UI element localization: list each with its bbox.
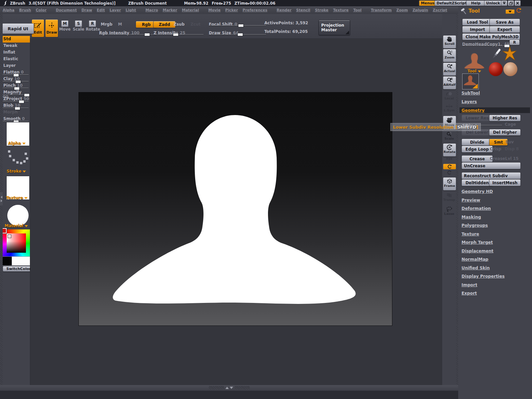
menu-zoom[interactable]: Zoom xyxy=(396,8,408,12)
section-geometry[interactable]: Geometry xyxy=(460,107,530,113)
menu-preferences[interactable]: Preferences xyxy=(243,8,267,12)
smt-toggle[interactable]: Smt xyxy=(489,139,508,146)
right-tray-divider[interactable] xyxy=(456,14,458,385)
export-button[interactable]: Export xyxy=(489,26,520,33)
del-hidden-button[interactable]: DelHidden xyxy=(462,179,493,186)
zsub-toggle[interactable]: Zsub xyxy=(174,22,185,27)
help-button[interactable]: Help xyxy=(466,0,485,6)
menus-button[interactable]: Menus xyxy=(419,0,437,6)
menu-color[interactable]: Color xyxy=(36,8,46,12)
brush-blob-slider[interactable]: Blob 10 xyxy=(0,102,30,109)
sphere3d-tool-thumbnail[interactable] xyxy=(503,62,517,76)
import-button[interactable]: Import xyxy=(462,26,493,33)
menu-movie[interactable]: Movie xyxy=(208,8,220,12)
menu-edit[interactable]: Edit xyxy=(97,8,105,12)
transp-button[interactable]: Transp xyxy=(443,192,456,204)
rgb-intensity-slider[interactable]: Rgb Intensity 100 xyxy=(99,29,157,36)
close-icon[interactable] xyxy=(514,0,521,6)
section-deformation[interactable]: Deformation xyxy=(462,206,491,211)
collapse-icon[interactable] xyxy=(501,0,507,6)
section-layers[interactable]: Layers xyxy=(462,99,477,104)
mrgb-toggle[interactable]: Mrgb xyxy=(101,22,112,27)
menu-zscript[interactable]: Zscript xyxy=(433,8,447,12)
menu-zplugin[interactable]: Zplugin xyxy=(413,8,428,12)
r-restore-button[interactable]: R xyxy=(509,40,520,45)
rotate-y-button[interactable] xyxy=(443,164,456,170)
brush-clay-slider[interactable]: Clay 10 xyxy=(0,76,30,82)
section-export[interactable]: Export xyxy=(462,291,477,296)
scale-doc-button[interactable]: Scale xyxy=(443,130,456,142)
left-tray-divider[interactable] xyxy=(0,14,3,385)
material-selector[interactable]: Material xyxy=(5,223,28,228)
rgb-intensity-handle[interactable] xyxy=(144,33,150,36)
section-masking[interactable]: Masking xyxy=(462,214,481,219)
palette-collapse-button[interactable] xyxy=(505,9,515,14)
color-picker[interactable] xyxy=(3,229,30,257)
menu-render[interactable]: Render xyxy=(277,8,292,12)
divide-button[interactable]: Divide xyxy=(462,139,493,146)
section-import[interactable]: Import xyxy=(462,282,477,287)
zadd-toggle[interactable]: Zadd xyxy=(153,21,176,28)
material-thumbnail[interactable] xyxy=(7,205,29,226)
menu-draw[interactable]: Draw xyxy=(81,8,92,12)
menu-stroke[interactable]: Stroke xyxy=(315,8,329,12)
star3d-tool-thumbnail[interactable] xyxy=(502,46,517,63)
section-display-properties[interactable]: Display Properties xyxy=(462,274,505,279)
subtool-thumbnail[interactable] xyxy=(462,73,479,89)
menu-picker[interactable]: Picker xyxy=(225,8,238,12)
higher-res-button[interactable]: Higher Res xyxy=(489,115,521,121)
projection-master-button[interactable]: Projection Master xyxy=(319,20,350,35)
menu-transform[interactable]: Transform xyxy=(371,8,392,12)
menu-alpha[interactable]: Alpha xyxy=(3,8,14,12)
insert-mesh-button[interactable]: InsertMesh xyxy=(489,179,521,186)
restore-icon[interactable] xyxy=(508,0,514,6)
brush-std[interactable]: Std xyxy=(0,36,30,43)
tool-selector[interactable]: Tool xyxy=(467,69,481,73)
texture-selector[interactable]: Texture xyxy=(6,196,28,200)
menu-stencil[interactable]: Stencil xyxy=(296,8,311,12)
picker-cursor[interactable] xyxy=(8,235,11,238)
document-canvas[interactable] xyxy=(78,92,392,326)
brush-layer[interactable]: Layer xyxy=(0,63,30,69)
stroke-thumbnail[interactable] xyxy=(6,149,29,169)
crease-button[interactable]: Crease xyxy=(462,155,493,162)
z-intensity-handle[interactable] xyxy=(173,33,179,36)
brush-smooth-slider[interactable]: Smooth 0 xyxy=(0,116,30,122)
local-button[interactable]: Local xyxy=(443,91,456,102)
section-polygroups[interactable]: Polygroups xyxy=(462,223,488,228)
menu-marker[interactable]: Marker xyxy=(163,8,177,12)
section-displacement[interactable]: Displacement xyxy=(462,248,493,253)
brush-tweak[interactable]: Tweak xyxy=(0,43,30,49)
rotate-doc-button[interactable]: Rotate xyxy=(443,143,456,157)
edge-loop-button[interactable]: Edge Loop xyxy=(462,146,493,153)
lsym-button[interactable]: L.Sym xyxy=(443,103,456,114)
brush-tool-thumbnail[interactable] xyxy=(489,47,502,62)
unlock-button[interactable]: Unlock xyxy=(484,0,502,6)
menu-brush[interactable]: Brush xyxy=(19,8,31,12)
zcut-toggle[interactable]: Zcut xyxy=(191,22,200,27)
make-polymesh3d-button[interactable]: Make PolyMesh3D xyxy=(478,33,520,40)
z-intensity-slider[interactable]: Z Intensity 25 xyxy=(154,29,203,36)
menu-light[interactable]: Light xyxy=(126,8,136,12)
section-normalmap[interactable]: NormalMap xyxy=(462,257,488,262)
menu-document[interactable]: Document xyxy=(56,8,77,12)
rotate-button[interactable]: R Rotate xyxy=(86,20,99,32)
brush-pinch-slider[interactable]: Pinch 10 xyxy=(0,82,30,89)
focal-shift-handle[interactable] xyxy=(238,24,244,27)
section-unified-skin[interactable]: Unified Skin xyxy=(462,265,490,270)
uncrease-button[interactable]: UnCrease xyxy=(462,162,521,169)
load-tool-button[interactable]: Load Tool xyxy=(462,19,493,26)
m-toggle[interactable]: M xyxy=(118,22,122,27)
draw-button[interactable]: Draw xyxy=(45,19,58,37)
menu-material[interactable]: Material xyxy=(182,8,199,12)
draw-size-slider[interactable]: Draw Size 64 xyxy=(209,29,266,36)
scale-button[interactable]: S Scale xyxy=(72,20,84,32)
bottom-tray-divider[interactable] xyxy=(0,385,458,391)
default-zscript-button[interactable]: DefaultZScript xyxy=(435,0,468,6)
draw-size-handle[interactable] xyxy=(237,33,243,36)
brush-elastic[interactable]: Elastic xyxy=(0,56,30,63)
frame-button[interactable]: Frame xyxy=(443,177,456,191)
menu-tool[interactable]: Tool xyxy=(353,8,361,12)
menu-macro[interactable]: Macro xyxy=(145,8,158,12)
menu-texture[interactable]: Texture xyxy=(333,8,349,12)
